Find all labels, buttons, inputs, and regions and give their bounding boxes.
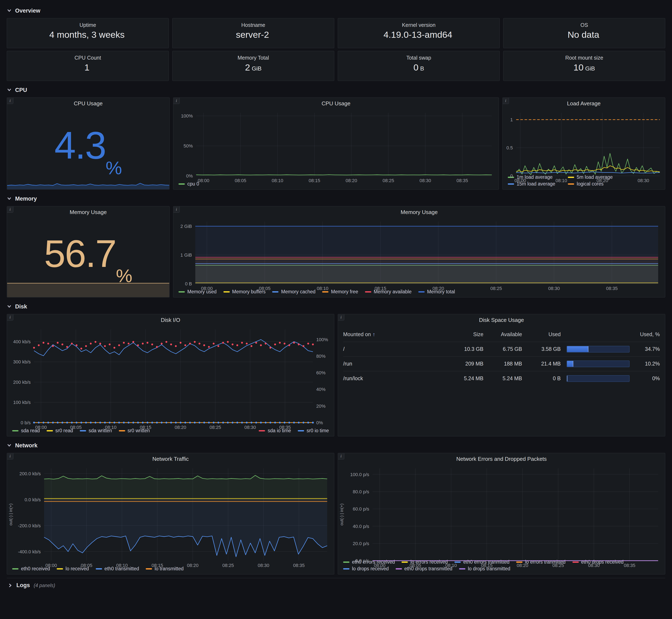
load-average-chart: 08:0008:1008:2008:3000.51: [503, 109, 665, 173]
panel-title[interactable]: CPU Usage: [7, 98, 169, 109]
panel-title[interactable]: Memory Usage: [7, 206, 169, 217]
panel-disk-io: i Disk I/O 08:0008:0508:1008:1508:2008:2…: [7, 314, 334, 436]
svg-text:40.0 p/s: 40.0 p/s: [353, 524, 369, 529]
svg-text:08:00: 08:00: [201, 286, 213, 291]
section-title: Logs: [16, 582, 30, 589]
svg-text:08:35: 08:35: [293, 563, 305, 568]
panel-title[interactable]: Load Average: [503, 98, 665, 109]
svg-text:08:25: 08:25: [552, 563, 564, 568]
stat-panel-kernel-version: Kernel version 4.19.0-13-amd64: [338, 18, 500, 48]
row-header-network[interactable]: Network: [7, 440, 665, 451]
stat-value: 4.19.0-13-amd64: [383, 30, 452, 40]
svg-text:08:00: 08:00: [198, 178, 209, 183]
chevron-down-icon: [7, 8, 12, 13]
row-header-overview[interactable]: Overview: [7, 5, 665, 16]
panel-info-icon[interactable]: i: [7, 314, 13, 321]
stat-panel-cpu-count: CPU Count 1: [7, 51, 169, 81]
svg-text:08:20: 08:20: [346, 178, 357, 183]
column-header-available[interactable]: Available: [483, 331, 522, 337]
panel-info-icon[interactable]: i: [7, 206, 13, 213]
panel-info-icon[interactable]: i: [7, 98, 13, 104]
svg-text:08:10: 08:10: [116, 563, 128, 568]
row-header-disk[interactable]: Disk: [7, 301, 665, 312]
panel-title[interactable]: Disk Space Usage: [338, 314, 665, 325]
row-header-memory[interactable]: Memory: [7, 193, 665, 204]
stat-panel-total-swap: Total swap 0B: [338, 51, 500, 81]
svg-text:80%: 80%: [316, 354, 325, 359]
stat-value: 0: [414, 63, 419, 73]
svg-text:08:00: 08:00: [45, 563, 57, 568]
bar-gauge-track: [566, 375, 629, 382]
stat-title: Total swap: [406, 55, 431, 61]
disk-table-body: /10.3 GB6.75 GB3.58 GB34.7%/run209 MB188…: [343, 342, 660, 386]
svg-text:40%: 40%: [316, 387, 325, 392]
panel-info-icon[interactable]: i: [503, 98, 509, 104]
column-header-used-pct[interactable]: Used, %: [633, 331, 660, 337]
stat-title: OS: [581, 22, 588, 28]
svg-text:0: 0: [510, 173, 513, 179]
stat-title: Memory Total: [238, 55, 269, 61]
svg-text:08:30: 08:30: [244, 425, 256, 430]
svg-text:200.0 kb/s: 200.0 kb/s: [19, 471, 41, 476]
row-header-logs[interactable]: Logs (4 panels): [7, 578, 665, 589]
svg-text:200 kb/s: 200 kb/s: [13, 380, 30, 385]
overview-stat-grid: Uptime 4 months, 3 weeks Hostname server…: [7, 18, 665, 81]
panel-title[interactable]: Network Errors and Dropped Packets: [338, 453, 665, 464]
chevron-down-icon: [7, 443, 12, 448]
svg-text:08:10: 08:10: [105, 425, 117, 430]
svg-text:0%: 0%: [186, 173, 193, 179]
svg-text:0%: 0%: [316, 420, 323, 425]
svg-text:0.0 p/s: 0.0 p/s: [355, 558, 369, 563]
panel-title[interactable]: Disk I/O: [7, 314, 334, 325]
column-header-size[interactable]: Size: [445, 331, 483, 337]
panel-info-icon[interactable]: i: [338, 314, 345, 321]
stat-value: 10: [573, 63, 584, 73]
svg-text:08:35: 08:35: [624, 563, 635, 568]
svg-text:300 kb/s: 300 kb/s: [13, 359, 30, 364]
svg-text:08:20: 08:20: [516, 563, 528, 568]
cell-size: 10.3 GB: [445, 346, 483, 352]
svg-text:20%: 20%: [316, 404, 325, 409]
stat-title: CPU Count: [74, 55, 101, 61]
panel-title[interactable]: CPU Usage: [174, 98, 498, 109]
svg-text:08:15: 08:15: [375, 286, 386, 291]
panel-info-icon[interactable]: i: [338, 453, 345, 460]
svg-text:1 GiB: 1 GiB: [180, 253, 192, 258]
svg-text:08:05: 08:05: [235, 178, 246, 183]
row-header-cpu[interactable]: CPU: [7, 84, 665, 95]
panel-info-icon[interactable]: i: [174, 98, 180, 104]
svg-text:08:15: 08:15: [481, 563, 492, 568]
svg-text:-400.0 kb/s: -400.0 kb/s: [18, 549, 41, 554]
stat-title: Root mount size: [565, 55, 603, 61]
svg-text:08:05: 08:05: [70, 425, 82, 430]
svg-text:08:35: 08:35: [456, 178, 468, 183]
cell-available: 188 MB: [483, 361, 522, 367]
panel-title[interactable]: Memory Usage: [174, 206, 665, 217]
section-title: Memory: [15, 195, 37, 202]
svg-text:08:00: 08:00: [374, 563, 385, 568]
svg-text:08:30: 08:30: [548, 286, 560, 291]
panel-info-icon[interactable]: i: [174, 206, 180, 213]
panel-title[interactable]: Network Traffic: [7, 453, 334, 464]
panel-info-icon[interactable]: i: [7, 453, 13, 460]
stat-panel-root-mount-size: Root mount size 10GiB: [503, 51, 665, 81]
cell-usage-bar: [561, 375, 633, 382]
section-title: CPU: [15, 87, 27, 93]
cell-used-pct: 0%: [633, 375, 660, 382]
svg-text:1: 1: [510, 117, 513, 122]
stat-big-value: 4.3%: [7, 109, 169, 189]
section-title: Overview: [15, 7, 40, 14]
table-row: /run/lock5.24 MB5.24 MB0 B0%: [343, 371, 660, 386]
stat-value: 2: [245, 63, 250, 73]
column-header-mounted-on[interactable]: Mounted on↑: [343, 331, 445, 337]
svg-text:0.5: 0.5: [506, 145, 513, 150]
cpu-sparkline: [7, 178, 169, 189]
svg-text:08:30: 08:30: [258, 563, 269, 568]
panel-network-errors: i Network Errors and Dropped Packets 08:…: [338, 453, 665, 574]
panel-memory-usage-stat: i Memory Usage 56.7%: [7, 206, 170, 297]
stat-panel-uptime: Uptime 4 months, 3 weeks: [7, 18, 169, 48]
cell-mounted-on: /: [343, 346, 445, 352]
panel-network-traffic: i Network Traffic 08:0008:0508:1008:1508…: [7, 453, 334, 574]
column-header-used[interactable]: Used: [522, 331, 561, 337]
svg-text:400 kb/s: 400 kb/s: [13, 339, 30, 344]
